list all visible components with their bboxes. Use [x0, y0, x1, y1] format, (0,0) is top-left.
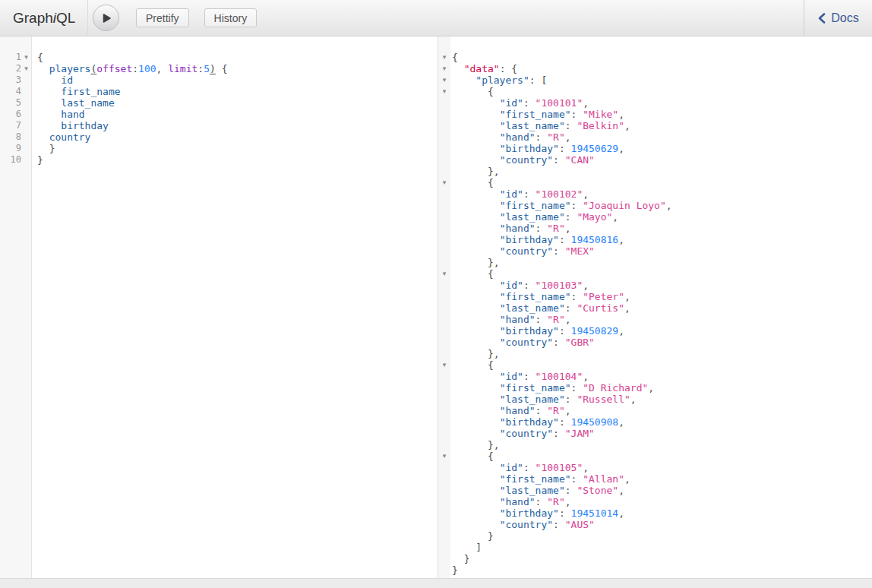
- gutter-row: 8: [0, 131, 31, 143]
- code-line: id: [37, 74, 438, 86]
- gutter-row: ▾: [438, 268, 450, 280]
- code-line: },: [452, 257, 872, 268]
- gutter-row: [438, 405, 450, 416]
- line-number: 8: [16, 131, 21, 143]
- gutter-row: 2▾: [0, 63, 31, 74]
- gutter-row: [438, 314, 450, 325]
- logo-text: Graph: [13, 10, 53, 26]
- history-button[interactable]: History: [204, 8, 257, 27]
- gutter-row: [438, 496, 450, 507]
- gutter-row: [438, 211, 450, 223]
- code-line: hand: [37, 109, 438, 120]
- gutter-row: [438, 188, 450, 200]
- code-line: "hand": "R",: [452, 131, 872, 143]
- bottom-bar: [0, 578, 872, 588]
- code-line: {: [452, 268, 872, 280]
- fold-arrow-icon[interactable]: ▾: [440, 177, 450, 188]
- code-line: "id": "100103",: [452, 280, 872, 291]
- docs-link-label: Docs: [831, 11, 858, 25]
- code-line: "country": "CAN": [452, 154, 872, 166]
- gutter-row: [438, 325, 450, 337]
- code-line: "id": "100101",: [452, 97, 872, 109]
- code-line: "first_name": "Allan",: [452, 473, 872, 485]
- line-number: 6: [16, 109, 21, 120]
- gutter-row: [438, 245, 450, 257]
- gutter-row: [438, 394, 450, 405]
- gutter-row: [438, 131, 450, 143]
- code-line: }: [452, 553, 872, 564]
- gutter-row: 6: [0, 109, 31, 120]
- code-line: }: [37, 143, 438, 154]
- docs-link[interactable]: Docs: [804, 0, 872, 36]
- gutter-row: [438, 553, 450, 564]
- line-number: 9: [16, 143, 21, 154]
- code-line: "first_name": "Joaquin Loyo",: [452, 200, 872, 211]
- gutter-row: [438, 223, 450, 234]
- code-line: {: [452, 450, 872, 462]
- gutter-row: [438, 166, 450, 177]
- gutter-row: [438, 109, 450, 120]
- gutter-row: [438, 416, 450, 428]
- gutter-row: [438, 200, 450, 211]
- gutter-row: ▾: [438, 177, 450, 188]
- gutter-row: [438, 280, 450, 291]
- code-line: "birthday": 19451014,: [452, 507, 872, 519]
- code-line: "players": [: [452, 74, 872, 86]
- code-line: "country": "GBR": [452, 337, 872, 348]
- fold-arrow-icon[interactable]: ▾: [21, 52, 31, 63]
- fold-arrow-icon[interactable]: ▾: [440, 86, 450, 97]
- code-line: country: [37, 131, 438, 143]
- gutter-row: 1▾: [0, 52, 31, 63]
- line-number: 7: [16, 120, 21, 131]
- line-number: 4: [16, 86, 21, 97]
- topbar: GraphiQL Prettify History Docs: [0, 0, 872, 36]
- code-line: "first_name": "Peter",: [452, 291, 872, 302]
- code-line: last_name: [37, 97, 438, 109]
- code-line: ]: [452, 542, 872, 553]
- fold-arrow-icon[interactable]: ▾: [440, 52, 450, 63]
- gutter-row: [438, 439, 450, 450]
- gutter-row: [438, 234, 450, 245]
- gutter-row: [438, 302, 450, 314]
- code-line: "last_name": "Russell",: [452, 394, 872, 405]
- gutter-row: [438, 473, 450, 485]
- fold-arrow-icon[interactable]: ▾: [440, 268, 450, 280]
- line-number: 1: [16, 52, 21, 63]
- chevron-left-icon: [817, 12, 826, 24]
- gutter-row: 10: [0, 154, 31, 166]
- code-line: "last_name": "Curtis",: [452, 302, 872, 314]
- query-editor-pane[interactable]: 1▾2▾345678910 { players(offset:100, limi…: [0, 36, 438, 578]
- fold-arrow-icon[interactable]: ▾: [21, 63, 31, 74]
- gutter-row: [438, 143, 450, 154]
- prettify-button[interactable]: Prettify: [136, 8, 189, 27]
- execute-query-button[interactable]: [93, 5, 119, 31]
- gutter-row: 9: [0, 143, 31, 154]
- code-line: {: [37, 52, 438, 63]
- gutter-row: [438, 154, 450, 166]
- gutter-row: ▾: [438, 52, 450, 63]
- code-line: },: [452, 348, 872, 359]
- gutter-row: ▾: [438, 359, 450, 371]
- line-number: 5: [16, 97, 21, 109]
- response-pane: ▾▾▾▾▾▾▾▾ { "data": { "players": [ { "id"…: [438, 36, 872, 578]
- code-line: }: [452, 564, 872, 576]
- gutter-row: [438, 348, 450, 359]
- line-number: 2: [16, 63, 21, 74]
- line-number: 10: [11, 154, 21, 166]
- code-line: {: [452, 177, 872, 188]
- fold-arrow-icon[interactable]: ▾: [440, 74, 450, 86]
- code-line: "birthday": 19450829,: [452, 325, 872, 337]
- code-line: {: [452, 52, 872, 63]
- code-line: "hand": "R",: [452, 496, 872, 507]
- code-line: "last_name": "Belkin",: [452, 120, 872, 131]
- query-editor[interactable]: { players(offset:100, limit:5) { id firs…: [32, 36, 438, 578]
- fold-arrow-icon[interactable]: ▾: [440, 450, 450, 462]
- fold-arrow-icon[interactable]: ▾: [440, 359, 450, 371]
- code-line: "country": "JAM": [452, 428, 872, 439]
- code-line: players(offset:100, limit:5) {: [37, 63, 438, 74]
- logo-text: QL: [56, 10, 75, 26]
- fold-arrow-icon[interactable]: ▾: [440, 63, 450, 74]
- line-number-gutter: 1▾2▾345678910: [0, 36, 32, 578]
- gutter-row: ▾: [438, 74, 450, 86]
- code-line: "country": "AUS": [452, 519, 872, 530]
